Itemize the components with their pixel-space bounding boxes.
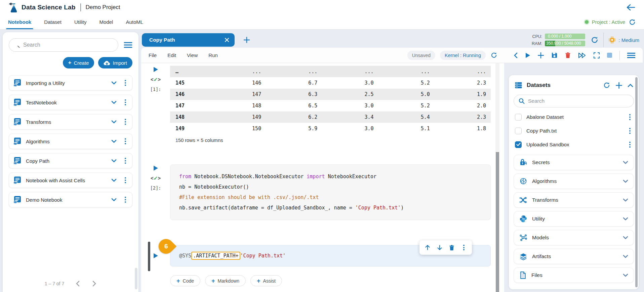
run-cell-icon[interactable]: [525, 52, 530, 58]
header-divider: [80, 3, 81, 11]
sidebar-item-testnotebook[interactable]: </>TestNotebook: [9, 95, 132, 110]
resources-scrollbar[interactable]: [635, 77, 638, 287]
run-cell-play-icon[interactable]: [153, 66, 158, 72]
run-all-icon[interactable]: [578, 52, 586, 58]
item-options-icon[interactable]: [123, 176, 128, 185]
page-prev-icon[interactable]: [76, 281, 80, 287]
move-cell-up-icon[interactable]: [425, 245, 430, 250]
kernel-status-badge[interactable]: Kernel : Running: [440, 51, 486, 60]
chevron-down-icon[interactable]: [623, 255, 628, 258]
move-cell-down-icon[interactable]: [437, 245, 442, 250]
sidebar-item-demo-notebook[interactable]: </>Demo Notebook: [9, 192, 132, 207]
import-button[interactable]: Import: [98, 57, 132, 68]
sidebar-item-copy-path[interactable]: </>Copy Path: [9, 153, 132, 168]
collapse-panel-icon[interactable]: [514, 52, 518, 58]
section-secrets[interactable]: Secrets: [514, 155, 634, 170]
dataset-item-abalone-dataset[interactable]: Abalone Dataset: [514, 110, 634, 124]
chevron-down-icon[interactable]: [111, 101, 117, 104]
tab-close-icon[interactable]: [225, 38, 229, 42]
item-options-icon[interactable]: [123, 137, 128, 146]
cell-more-options-icon[interactable]: [461, 243, 467, 252]
chevron-down-icon[interactable]: [623, 180, 628, 183]
dataset-checkbox[interactable]: [515, 141, 522, 148]
menu-run[interactable]: Run: [208, 52, 218, 58]
section-files[interactable]: Files: [514, 267, 634, 283]
nav-tab-automl[interactable]: AutoML: [126, 15, 143, 29]
section-artifacts[interactable]: Artifacts: [514, 249, 634, 264]
chevron-down-icon[interactable]: [111, 81, 117, 85]
add-assist-button[interactable]: +Assist: [250, 275, 282, 286]
sidebar-scrollbar[interactable]: [135, 268, 137, 289]
dataset-options-icon[interactable]: [627, 127, 633, 135]
sidebar-item-notebook-with-assist-cells[interactable]: </>Notebook with Assist Cells: [9, 173, 132, 188]
item-options-icon[interactable]: [123, 98, 128, 107]
kernel-refresh-icon[interactable]: [490, 52, 497, 59]
chevron-down-icon[interactable]: [623, 198, 628, 202]
chevron-down-icon[interactable]: [111, 198, 117, 201]
sidebar-item-transforms[interactable]: </>Transforms: [9, 114, 132, 130]
nav-tab-notebook[interactable]: Notebook: [8, 15, 31, 29]
chevron-down-icon[interactable]: [111, 120, 117, 124]
sidebar-menu-icon[interactable]: [124, 42, 132, 48]
stop-kernel-icon[interactable]: [607, 53, 612, 58]
notebook-menu-icon[interactable]: [627, 52, 635, 58]
chevron-down-icon[interactable]: [623, 161, 628, 164]
notebook-icon: </>: [13, 117, 22, 126]
new-tab-icon[interactable]: [243, 37, 250, 43]
section-algorithms[interactable]: Algorithms: [514, 174, 634, 189]
item-options-icon[interactable]: [123, 195, 128, 204]
chevron-down-icon[interactable]: [111, 179, 117, 182]
add-code-button[interactable]: +Code: [170, 275, 200, 286]
notebook-scrollbar[interactable]: [495, 63, 499, 292]
create-button[interactable]: + Create: [63, 57, 94, 68]
resources-refresh-icon[interactable]: [591, 36, 599, 44]
dataset-options-icon[interactable]: [627, 113, 633, 121]
chevron-down-icon[interactable]: [623, 236, 628, 239]
add-markdown-button[interactable]: +Markdown: [205, 275, 246, 286]
back-arrow-icon[interactable]: [626, 3, 635, 11]
sidebar-item-algorithms[interactable]: </>Algorithms: [9, 134, 132, 149]
fullscreen-icon[interactable]: [594, 52, 600, 58]
sidebar-item-importing-a-utility[interactable]: </>Importing a Utility: [9, 75, 132, 91]
item-options-icon[interactable]: [123, 156, 128, 165]
sidebar-search-input[interactable]: [9, 38, 118, 52]
datasets-add-icon[interactable]: [616, 82, 622, 89]
nav-tab-utility[interactable]: Utility: [74, 15, 87, 29]
datasets-collapse-icon[interactable]: [628, 84, 633, 87]
run-cell-play-icon[interactable]: [153, 253, 158, 259]
nav-tab-model[interactable]: Model: [99, 15, 113, 29]
primary-nav: NotebookDatasetUtilityModelAutoML Projec…: [0, 15, 644, 30]
dataset-options-icon[interactable]: [627, 140, 633, 149]
nav-tab-dataset[interactable]: Dataset: [44, 15, 62, 29]
run-cell-play-icon[interactable]: [153, 165, 158, 171]
save-notebook-icon[interactable]: [551, 52, 558, 58]
project-refresh-icon[interactable]: [629, 18, 636, 26]
menu-file[interactable]: File: [149, 52, 157, 58]
chevron-down-icon[interactable]: [111, 159, 117, 162]
delete-cell-icon[interactable]: [449, 245, 454, 251]
code-line: nb = NotebookExecutor(): [179, 182, 482, 192]
dataset-item-uploaded-sandbox[interactable]: Uploaded Sandbox: [514, 138, 634, 151]
page-next-icon[interactable]: [92, 281, 96, 287]
dataset-checkbox[interactable]: [515, 128, 522, 134]
chevron-down-icon[interactable]: [623, 217, 628, 221]
dataset-checkbox[interactable]: [515, 114, 522, 120]
chevron-down-icon[interactable]: [111, 140, 117, 143]
menu-edit[interactable]: Edit: [167, 52, 176, 58]
item-options-icon[interactable]: [123, 117, 128, 126]
section-utility[interactable]: Utility: [514, 211, 634, 227]
section-models[interactable]: Models: [514, 230, 634, 245]
delete-cell-icon[interactable]: [565, 52, 571, 58]
menu-view[interactable]: View: [187, 52, 198, 58]
dataset-item-copy-path-txt[interactable]: Copy Path.txt: [514, 124, 634, 138]
add-cell-icon[interactable]: [538, 52, 544, 58]
table-caption: 150 rows × 5 columns: [175, 138, 491, 143]
item-options-icon[interactable]: [123, 79, 128, 87]
plus-icon: +: [211, 278, 215, 284]
datasets-refresh-icon[interactable]: [603, 82, 610, 89]
code-editor[interactable]: from Notebook.DSNotebook.NotebookExecuto…: [170, 164, 491, 220]
chevron-down-icon[interactable]: [623, 274, 628, 277]
section-transforms[interactable]: Transforms: [514, 192, 634, 208]
tab-copy-path[interactable]: Copy Path: [142, 33, 235, 47]
datasets-search-input[interactable]: [514, 95, 634, 107]
